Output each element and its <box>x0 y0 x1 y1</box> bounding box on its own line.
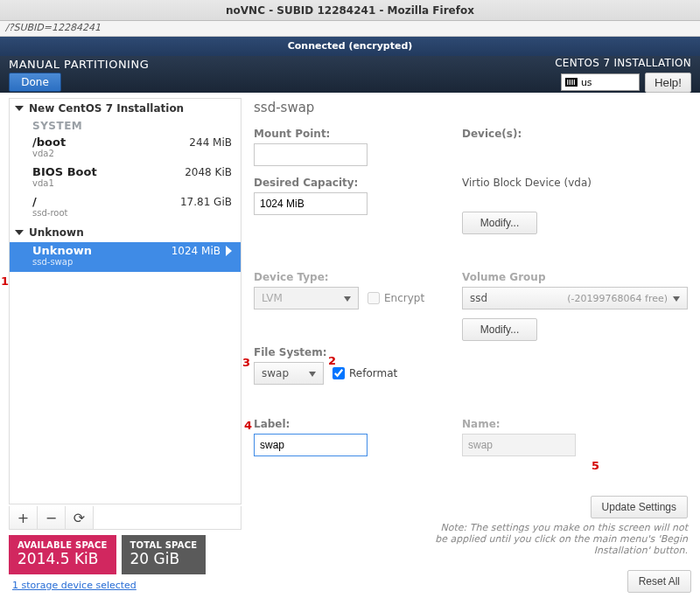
keyboard-selector[interactable]: us <box>561 73 640 91</box>
modify-vg-button[interactable]: Modify... <box>462 318 537 341</box>
installer-banner: MANUAL PARTITIONING Done CENTOS 7 INSTAL… <box>0 56 700 93</box>
keyboard-layout: us <box>581 77 592 88</box>
novnc-status: Connected (encrypted) <box>0 37 700 56</box>
chevron-right-icon <box>226 246 232 256</box>
add-partition-button[interactable]: + <box>10 506 38 529</box>
remove-partition-button[interactable]: − <box>38 506 66 529</box>
caret-down-icon <box>15 106 24 111</box>
tree-row-boot[interactable]: /boot244 MiB vda2 <box>10 134 241 163</box>
settings-note: Note: The settings you make on this scre… <box>434 522 688 556</box>
desired-capacity-input[interactable] <box>254 192 368 215</box>
volume-group-label: Volume Group <box>462 271 688 283</box>
mount-point-label: Mount Point: <box>254 128 438 140</box>
modify-devices-button[interactable]: Modify... <box>462 212 537 234</box>
reload-button[interactable]: ⟳ <box>66 506 94 529</box>
space-badges: AVAILABLE SPACE 2014.5 KiB TOTAL SPACE 2… <box>0 535 245 580</box>
help-button[interactable]: Help! <box>645 73 691 93</box>
tree-header-new-install[interactable]: New CentOS 7 Installation <box>10 99 241 118</box>
partition-detail-pane: ssd-swap Mount Point: Device(s): Desired… <box>245 93 700 598</box>
available-space-badge: AVAILABLE SPACE 2014.5 KiB <box>9 535 116 574</box>
encrypt-checkbox: Encrypt <box>368 292 424 304</box>
label-label: Label: <box>254 418 438 430</box>
device-type-label: Device Type: <box>254 271 438 283</box>
tree-row-root[interactable]: /17.81 GiB ssd-root <box>10 193 241 223</box>
storage-devices-link[interactable]: 1 storage device selected <box>0 580 245 598</box>
installer-title: CENTOS 7 INSTALLATION <box>555 57 691 69</box>
devices-label: Device(s): <box>462 128 688 140</box>
page-title: MANUAL PARTITIONING <box>9 58 149 71</box>
keyboard-icon <box>565 78 578 87</box>
reformat-checkbox[interactable]: Reformat <box>332 367 397 379</box>
tree-row-biosboot[interactable]: BIOS Boot2048 KiB vda1 <box>10 163 241 193</box>
tree-toolbar: + − ⟳ <box>9 506 242 530</box>
device-type-select: LVM <box>254 287 359 309</box>
device-name-text: Virtio Block Device (vda) <box>462 177 688 189</box>
name-input <box>462 434 576 456</box>
tree-header-unknown[interactable]: Unknown <box>10 223 241 242</box>
partition-sidebar: New CentOS 7 Installation SYSTEM /boot24… <box>0 93 245 598</box>
label-input[interactable] <box>254 434 368 456</box>
tree-row-unknown-swap[interactable]: Unknown 1024 MiB ssd-swap <box>10 242 241 272</box>
mount-point-input[interactable] <box>254 143 368 166</box>
partition-tree: New CentOS 7 Installation SYSTEM /boot24… <box>9 98 242 504</box>
volume-group-select[interactable]: ssd (-20199768064 free) <box>462 287 688 309</box>
file-system-select[interactable]: swap <box>254 362 324 385</box>
done-button[interactable]: Done <box>9 73 61 92</box>
reset-all-button[interactable]: Reset All <box>627 570 691 593</box>
name-label: Name: <box>462 418 688 430</box>
url-bar[interactable]: /?SUBID=12284241 <box>0 21 700 37</box>
file-system-label: File System: <box>254 346 438 358</box>
update-settings-button[interactable]: Update Settings <box>591 496 688 518</box>
section-system: SYSTEM <box>10 118 241 134</box>
window-title: noVNC - SUBID 12284241 - Mozilla Firefox <box>0 0 700 21</box>
caret-down-icon <box>15 230 24 235</box>
total-space-badge: TOTAL SPACE 20 GiB <box>122 535 206 574</box>
mount-heading: ssd-swap <box>254 100 688 115</box>
desired-capacity-label: Desired Capacity: <box>254 177 438 189</box>
